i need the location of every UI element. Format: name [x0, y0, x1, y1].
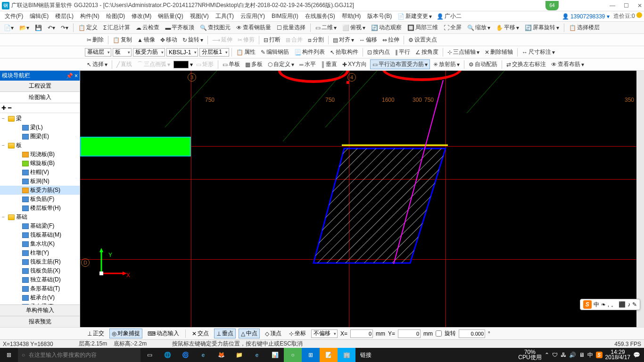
snap-perpendicular[interactable]: ⊥垂点 — [214, 329, 236, 338]
define-button[interactable]: 📋定义 — [76, 23, 99, 32]
tray-sogou-icon[interactable]: S — [596, 352, 603, 358]
osnap-toggle[interactable]: ◎对象捕捉 — [109, 329, 142, 338]
snap-coord[interactable]: ⊹坐标 — [287, 329, 308, 338]
set-point-button[interactable]: ⚙设置夹点 — [406, 35, 439, 44]
offset-button[interactable]: ↔偏移 — [357, 35, 379, 44]
ime-char-kb[interactable]: ⬛ — [619, 301, 626, 308]
select-button[interactable]: ↖选择▾ — [85, 60, 109, 69]
menu-online[interactable]: 在线服务(S) — [302, 11, 338, 21]
screen-rotate-button[interactable]: 🔄屏幕旋转▾ — [523, 23, 561, 32]
taskbar-app-1[interactable]: 🌐 — [158, 348, 176, 362]
tree-item[interactable]: 板受力筋(S) — [0, 186, 80, 195]
find-button[interactable]: 🔍查找图元 — [198, 23, 232, 32]
tree-item[interactable]: 板洞(N) — [0, 177, 80, 186]
mirror-button[interactable]: ▲镜像 — [135, 35, 157, 44]
custom-button[interactable]: ⬡自定义▾ — [266, 60, 296, 69]
tree-item[interactable]: 柱帽(V) — [0, 168, 80, 177]
menu-view[interactable]: 视图(V) — [187, 11, 212, 21]
maximize-button[interactable]: ☐ — [624, 2, 629, 9]
taskbar-app-8[interactable]: ○ — [284, 348, 302, 362]
snap-midpoint[interactable]: △中点 — [239, 329, 260, 338]
tree-item[interactable]: 筏板基础(M) — [0, 230, 80, 239]
tab-report-preview[interactable]: 报表预览 — [0, 316, 80, 327]
stretch-button[interactable]: ⇔拉伸 — [380, 35, 401, 44]
save-button[interactable]: 💾 — [33, 24, 44, 32]
orbit-button[interactable]: 🔄动态观察 — [369, 23, 404, 32]
fullscreen-button[interactable]: ⛶全屏 — [442, 23, 463, 32]
taskbar-app-10[interactable]: 📝 — [320, 348, 338, 362]
menu-edit[interactable]: 编辑(E) — [27, 11, 51, 21]
multi-slab-button[interactable]: ▦多板 — [243, 60, 264, 69]
ime-char-zh[interactable]: 中 — [594, 301, 599, 309]
ime-char-pen[interactable]: ✎ — [632, 301, 637, 308]
tray-up-icon[interactable]: ⌃ — [545, 352, 549, 358]
single-slab-button[interactable]: ▭单板 — [221, 60, 242, 69]
tree-item[interactable]: 桩承台(V) — [0, 293, 80, 302]
minimize-button[interactable]: — — [610, 2, 615, 9]
menu-floor[interactable]: 楼层(L) — [52, 11, 76, 21]
vertical-scrollbar[interactable] — [636, 71, 644, 327]
tree-item[interactable]: 筏板负筋(X) — [0, 266, 80, 275]
expand-icon[interactable]: ✚ — [1, 105, 6, 111]
local-3d-button[interactable]: 🔲局部三维 — [405, 23, 440, 32]
redo-button[interactable]: ↷▾ — [59, 24, 70, 32]
snap-intersection[interactable]: ✕交点 — [190, 329, 211, 338]
parallel-button[interactable]: ∥平行 — [393, 48, 412, 57]
menu-cloud[interactable]: 云应用(Y) — [238, 11, 268, 21]
corner-button[interactable]: ∠按角度 — [413, 48, 440, 57]
layer-dropdown[interactable]: 分层板1 — [199, 48, 229, 57]
tree-item[interactable]: 螺旋板(B) — [0, 159, 80, 168]
tree-item[interactable]: 梁(L) — [0, 123, 80, 132]
view-rebar-button[interactable]: 👁查看钢筋量 — [234, 23, 273, 32]
split-button[interactable]: ⧈分割 — [306, 35, 326, 44]
2d-view-button[interactable]: ▭二维▾ — [314, 23, 339, 32]
clock-date[interactable]: 2018/4/17 — [605, 355, 630, 360]
auto-rebar-button[interactable]: ⚙自动配筋 — [467, 60, 499, 69]
horizontal-button[interactable]: ═水平 — [297, 60, 318, 69]
tree-item[interactable]: −梁 — [0, 114, 80, 123]
delete-button[interactable]: ✂删除 — [85, 35, 106, 44]
del-aux-button[interactable]: ✕删除辅轴 — [483, 48, 515, 57]
break-button[interactable]: ⊟打断 — [262, 35, 282, 44]
new-file-button[interactable]: 📄▾ — [2, 24, 16, 32]
menu-draw[interactable]: 绘图(D) — [103, 11, 128, 21]
ime-char-comma[interactable]: , — [608, 301, 609, 308]
move-button[interactable]: ✥移动 — [158, 35, 179, 44]
view-layout-button[interactable]: 👁查看布筋▾ — [549, 60, 586, 69]
align-button[interactable]: ▤对齐▾ — [331, 35, 356, 44]
ime-toolbar[interactable]: S 中 ❧ , 。 ⬛ ♪ ✎ — [580, 299, 640, 310]
copy-button[interactable]: 📋复制 — [111, 35, 134, 44]
tray-monitor-icon[interactable]: 🖥 — [579, 352, 585, 358]
tray-ime-zh[interactable]: 中 — [587, 351, 593, 359]
cad-element-slab[interactable] — [80, 137, 191, 156]
ortho-toggle[interactable]: ⊥正交 — [85, 329, 107, 338]
dimension-button[interactable]: ↔尺寸标注▾ — [520, 48, 557, 57]
dynamic-input-toggle[interactable]: ⌨动态输入 — [145, 329, 182, 338]
ime-char-leaf[interactable]: ❧ — [601, 301, 606, 308]
ime-char-music[interactable]: ♪ — [627, 301, 630, 308]
radial-button[interactable]: ✳放射筋▾ — [431, 60, 462, 69]
tree-item[interactable]: 圈梁(E) — [0, 132, 80, 141]
menu-tool[interactable]: 工具(T) — [213, 11, 237, 21]
notification-button[interactable]: 💬 — [633, 352, 640, 358]
tree-item[interactable]: 板负筋(F) — [0, 195, 80, 204]
task-view-button[interactable]: ▭ — [140, 348, 158, 362]
member-list-button[interactable]: 📃构件列表 — [292, 48, 327, 57]
tree-item[interactable]: 集水坑(K) — [0, 239, 80, 248]
open-file-button[interactable]: 📂▾ — [17, 24, 31, 32]
flat-top-button[interactable]: ▬平齐板顶 — [163, 23, 196, 32]
cloud-check-button[interactable]: ☁云检查 — [134, 23, 161, 32]
ime-char-period[interactable]: 。 — [611, 301, 617, 309]
member-tree[interactable]: −梁梁(L)圈梁(E)−板现浇板(B)螺旋板(B)柱帽(V)板洞(N)板受力筋(… — [0, 113, 80, 304]
tree-item[interactable]: 柱墩(Y) — [0, 248, 80, 257]
pick-member-button[interactable]: ↖拾取构件 — [328, 48, 360, 57]
tray-volume-icon[interactable]: 🔊 — [569, 352, 576, 358]
vertical-button[interactable]: ║垂直 — [319, 60, 339, 69]
tree-item[interactable]: 筏板主筋(R) — [0, 257, 80, 266]
taskbar-app-6[interactable]: ｅ — [248, 348, 266, 362]
close-button[interactable]: ✕ — [637, 2, 642, 9]
x-offset-input[interactable] — [350, 329, 373, 338]
inner-point-button[interactable]: ⊡按内点 — [365, 48, 392, 57]
rotate-input[interactable] — [459, 329, 485, 338]
menu-version[interactable]: 版本号(B) — [364, 11, 395, 21]
